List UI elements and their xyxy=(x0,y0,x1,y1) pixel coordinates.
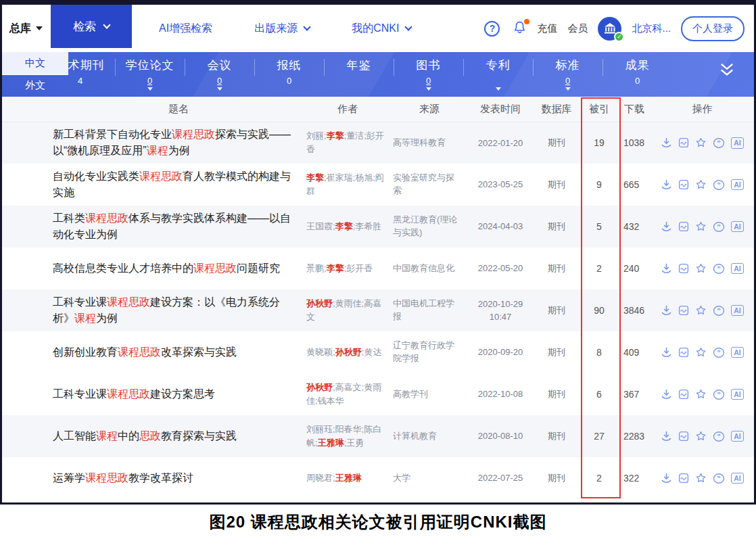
ai-icon[interactable]: AI xyxy=(731,389,744,400)
download-count-cell[interactable]: 3846 xyxy=(618,289,651,331)
recharge-link[interactable]: 充值 xyxy=(537,22,557,35)
library-selector[interactable]: 总库 xyxy=(2,22,51,36)
category-tab[interactable]: 专利 xyxy=(463,52,533,97)
quote-icon[interactable]: ” xyxy=(713,389,725,400)
authors-cell[interactable]: 王国霞;李擎;李希胜 xyxy=(304,206,391,248)
favorite-icon[interactable] xyxy=(695,305,707,316)
cited-count-cell[interactable]: 27 xyxy=(580,415,618,457)
html-read-icon[interactable] xyxy=(678,473,689,484)
html-read-icon[interactable] xyxy=(678,137,689,148)
link-my-cnki[interactable]: 我的CNKI xyxy=(352,22,411,36)
download-count-cell[interactable]: 2283 xyxy=(618,415,651,457)
quote-icon[interactable]: ” xyxy=(713,221,725,233)
quote-icon[interactable]: ” xyxy=(713,473,725,484)
favorite-icon[interactable] xyxy=(695,473,707,484)
html-read-icon[interactable] xyxy=(678,179,689,190)
link-publication-source[interactable]: 出版来源 xyxy=(254,22,310,36)
favorite-icon[interactable] xyxy=(695,347,707,358)
quote-icon[interactable]: ” xyxy=(713,431,725,442)
category-tab[interactable]: 学位论文0 xyxy=(115,52,185,97)
quote-icon[interactable]: ” xyxy=(713,179,725,191)
paper-title-link[interactable]: 新工科背景下自动化专业课程思政探索与实践——以“微机原理及应用”课程为例 xyxy=(2,122,304,164)
institution-avatar[interactable]: ✓ xyxy=(598,17,621,41)
help-icon[interactable]: ? xyxy=(484,21,500,37)
paper-title-link[interactable]: 创新创业教育课程思政改革探索与实践 xyxy=(2,331,304,373)
favorite-icon[interactable] xyxy=(695,179,707,190)
member-link[interactable]: 会员 xyxy=(567,22,588,35)
ai-icon[interactable]: AI xyxy=(731,431,744,442)
category-tab[interactable]: 年鉴 xyxy=(324,52,394,97)
download-icon[interactable] xyxy=(661,347,672,358)
html-read-icon[interactable] xyxy=(678,347,689,358)
ai-icon[interactable]: AI xyxy=(731,137,744,149)
html-read-icon[interactable] xyxy=(678,263,689,274)
download-icon[interactable] xyxy=(661,179,672,190)
ai-icon[interactable]: AI xyxy=(731,263,744,275)
favorite-icon[interactable] xyxy=(695,137,707,148)
html-read-icon[interactable] xyxy=(678,305,689,316)
authors-cell[interactable]: 景鹏;李擎;彭开香 xyxy=(304,248,391,289)
html-read-icon[interactable] xyxy=(678,431,689,442)
cited-count-cell[interactable]: 19 xyxy=(580,122,618,164)
authors-cell[interactable]: 黄晓颖;孙秋野;黄达 xyxy=(304,331,391,373)
paper-title-link[interactable]: 高校信息类专业人才培养中的课程思政问题研究 xyxy=(2,248,304,289)
source-cell[interactable]: 高教学刊 xyxy=(391,373,468,415)
download-icon[interactable] xyxy=(661,221,672,232)
download-count-cell[interactable]: 432 xyxy=(618,206,651,248)
paper-title-link[interactable]: 工科专业课课程思政建设方案思考 xyxy=(2,373,304,415)
download-count-cell[interactable]: 665 xyxy=(618,164,651,206)
expand-categories-button[interactable] xyxy=(717,62,736,81)
download-icon[interactable] xyxy=(661,305,672,316)
source-cell[interactable]: 中国教育信息化 xyxy=(391,248,468,289)
paper-title-link[interactable]: 工科类课程思政体系与教学实践体系构建——以自动化专业为例 xyxy=(2,206,304,248)
search-menu[interactable]: 检索 xyxy=(51,5,132,48)
cited-count-cell[interactable]: 90 xyxy=(580,289,618,331)
ai-icon[interactable]: AI xyxy=(731,473,744,484)
favorite-icon[interactable] xyxy=(695,431,707,442)
cited-count-cell[interactable]: 8 xyxy=(580,331,618,373)
download-icon[interactable] xyxy=(661,263,672,274)
paper-title-link[interactable]: 人工智能课程中的思政教育探索与实践 xyxy=(2,415,304,457)
category-tab[interactable]: 成果0 xyxy=(603,52,672,97)
link-ai-search[interactable]: AI增强检索 xyxy=(159,22,212,36)
category-tab[interactable]: 图书0 xyxy=(394,52,463,97)
download-count-cell[interactable]: 367 xyxy=(618,373,651,415)
authors-cell[interactable]: 刘丽;李擎;董洁;彭开香 xyxy=(304,122,391,164)
download-icon[interactable] xyxy=(661,389,672,400)
paper-title-link[interactable]: 自动化专业实践类课程思政育人教学模式的构建与实施 xyxy=(2,164,304,206)
source-cell[interactable]: 辽宁教育行政学院学报 xyxy=(391,331,468,373)
paper-title-link[interactable]: 工科专业课课程思政建设方案：以《电力系统分析》课程为例 xyxy=(2,289,304,331)
quote-icon[interactable]: ” xyxy=(713,137,725,149)
download-icon[interactable] xyxy=(661,473,672,484)
source-cell[interactable]: 实验室研究与探索 xyxy=(391,164,468,206)
cited-count-cell[interactable]: 5 xyxy=(580,206,618,248)
cited-count-cell[interactable]: 2 xyxy=(580,248,618,289)
source-cell[interactable]: 黑龙江教育(理论与实践) xyxy=(391,206,468,248)
tab-chinese[interactable]: 中文 xyxy=(2,52,68,75)
download-icon[interactable] xyxy=(661,431,672,442)
source-cell[interactable]: 大学 xyxy=(391,457,468,499)
paper-title-link[interactable]: 运筹学课程思政教学改革探讨 xyxy=(2,457,304,499)
authors-cell[interactable]: 孙秋野;黄雨佳;高嘉文 xyxy=(304,289,391,331)
cited-count-cell[interactable]: 2 xyxy=(580,457,618,499)
download-count-cell[interactable]: 1038 xyxy=(618,122,651,164)
quote-icon[interactable]: ” xyxy=(713,305,725,317)
download-count-cell[interactable]: 322 xyxy=(618,457,651,499)
category-tab[interactable]: 报纸0 xyxy=(254,52,324,97)
source-cell[interactable]: 中国电机工程学报 xyxy=(391,289,468,331)
html-read-icon[interactable] xyxy=(678,389,689,400)
html-read-icon[interactable] xyxy=(678,221,689,232)
authors-cell[interactable]: 李擎;崔家瑞;杨旭;阎群 xyxy=(304,164,391,206)
tab-foreign[interactable]: 外文 xyxy=(2,75,68,97)
download-count-cell[interactable]: 409 xyxy=(618,331,651,373)
authors-cell[interactable]: 刘丽珏;阳春华;陈白帆;王雅琳;王勇 xyxy=(304,415,391,457)
cited-count-cell[interactable]: 9 xyxy=(580,164,618,206)
authors-cell[interactable]: 孙秋野;高嘉文;黄雨佳;钱本华 xyxy=(304,373,391,415)
favorite-icon[interactable] xyxy=(695,263,707,274)
cited-count-cell[interactable]: 6 xyxy=(580,373,618,415)
ai-icon[interactable]: AI xyxy=(731,305,744,317)
category-tab[interactable]: 标准0 xyxy=(533,52,603,97)
favorite-icon[interactable] xyxy=(695,389,707,400)
source-cell[interactable]: 高等理科教育 xyxy=(391,122,468,164)
quote-icon[interactable]: ” xyxy=(713,263,725,275)
